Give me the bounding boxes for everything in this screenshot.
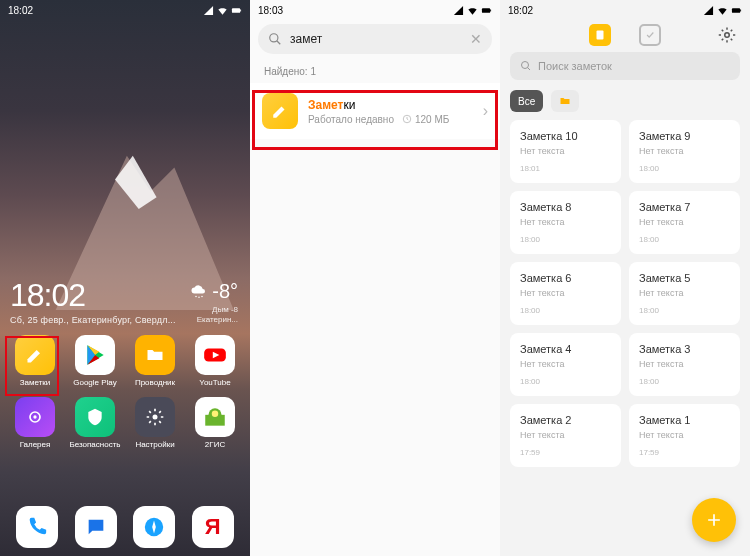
- app-play[interactable]: Google Play: [68, 335, 122, 387]
- note-preview: Нет текста: [520, 430, 611, 440]
- battery-icon: [731, 5, 742, 16]
- app-2gis[interactable]: 2ГИС: [188, 397, 242, 449]
- gear-icon: [718, 26, 736, 44]
- note-title: Заметка 1: [639, 414, 730, 426]
- clock-widget[interactable]: 18:02: [10, 277, 85, 314]
- 2gis-icon: [195, 397, 235, 437]
- search-placeholder: Поиск заметок: [538, 60, 612, 72]
- svg-point-6: [201, 295, 203, 297]
- note-title: Заметка 10: [520, 130, 611, 142]
- note-title: Заметка 5: [639, 272, 730, 284]
- signal-icon: [703, 5, 714, 16]
- wifi-icon: [467, 5, 478, 16]
- note-preview: Нет текста: [520, 217, 611, 227]
- note-preview: Нет текста: [520, 359, 611, 369]
- svg-rect-21: [482, 8, 490, 13]
- note-card[interactable]: Заметка 6Нет текста18:00: [510, 262, 621, 325]
- notes-search[interactable]: Поиск заметок: [510, 52, 740, 80]
- svg-rect-28: [597, 31, 604, 40]
- sec-icon: [75, 397, 115, 437]
- filter-all[interactable]: Все: [510, 90, 543, 112]
- weather-sub: Дым -8 Екатерин...: [197, 305, 238, 324]
- note-card[interactable]: Заметка 8Нет текста18:00: [510, 191, 621, 254]
- note-preview: Нет текста: [520, 146, 611, 156]
- app-label: YouTube: [199, 378, 230, 387]
- app-gallery[interactable]: Галерея: [8, 397, 62, 449]
- tab-notes[interactable]: [589, 24, 611, 46]
- app-yt[interactable]: YouTube: [188, 335, 242, 387]
- svg-line-24: [277, 41, 281, 45]
- note-card[interactable]: Заметка 7Нет текста18:00: [629, 191, 740, 254]
- note-time: 18:00: [520, 306, 611, 315]
- yandex-app[interactable]: Я: [192, 506, 234, 548]
- notes-app-screen: 18:02 Поиск заметок Все Заметка 10Нет те…: [500, 0, 750, 556]
- svg-point-29: [725, 33, 730, 38]
- search-bar[interactable]: ✕: [258, 24, 492, 54]
- note-time: 18:00: [520, 377, 611, 386]
- note-time: 17:59: [520, 448, 611, 457]
- note-time: 18:00: [520, 235, 611, 244]
- browser-app[interactable]: [133, 506, 175, 548]
- temperature: -8°: [212, 280, 238, 303]
- note-card[interactable]: Заметка 10Нет текста18:01: [510, 120, 621, 183]
- settings-search-screen: 18:03 ✕ Найдено: 1 Заметки Работало неда…: [250, 0, 500, 556]
- messages-app[interactable]: [75, 506, 117, 548]
- svg-rect-0: [232, 8, 240, 13]
- status-bar: 18:03: [250, 0, 500, 18]
- app-label: Google Play: [73, 378, 117, 387]
- tab-tasks[interactable]: [639, 24, 661, 46]
- gallery-icon: [15, 397, 55, 437]
- home-screen: 18:02 18:02 Сб, 25 февр., Екатеринбург, …: [0, 0, 250, 556]
- clear-icon[interactable]: ✕: [470, 31, 482, 47]
- battery-icon: [481, 5, 492, 16]
- note-time: 18:00: [639, 235, 730, 244]
- files-icon: [135, 335, 175, 375]
- note-time: 18:00: [639, 164, 730, 173]
- note-card[interactable]: Заметка 2Нет текста17:59: [510, 404, 621, 467]
- note-title: Заметка 7: [639, 201, 730, 213]
- phone-app[interactable]: [16, 506, 58, 548]
- cloud-snow-icon: [190, 283, 208, 301]
- note-time: 18:00: [639, 306, 730, 315]
- app-label: Настройки: [135, 440, 174, 449]
- search-icon: [520, 60, 532, 72]
- app-sec[interactable]: Безопасность: [68, 397, 122, 449]
- top-tabs: [500, 24, 750, 46]
- search-input[interactable]: [290, 32, 462, 46]
- note-preview: Нет текста: [520, 288, 611, 298]
- weather-widget[interactable]: -8°: [190, 280, 238, 303]
- app-files[interactable]: Проводник: [128, 335, 182, 387]
- settings-icon: [135, 397, 175, 437]
- svg-point-15: [153, 415, 158, 420]
- note-card[interactable]: Заметка 1Нет текста17:59: [629, 404, 740, 467]
- note-time: 17:59: [639, 448, 730, 457]
- note-card[interactable]: Заметка 9Нет текста18:00: [629, 120, 740, 183]
- add-note-button[interactable]: [692, 498, 736, 542]
- note-preview: Нет текста: [639, 359, 730, 369]
- note-card[interactable]: Заметка 5Нет текста18:00: [629, 262, 740, 325]
- play-icon: [75, 335, 115, 375]
- note-card[interactable]: Заметка 4Нет текста18:00: [510, 333, 621, 396]
- note-preview: Нет текста: [639, 288, 730, 298]
- svg-point-5: [198, 296, 200, 298]
- status-bar: 18:02: [0, 0, 250, 18]
- status-time: 18:02: [508, 5, 533, 16]
- chat-icon: [85, 516, 107, 538]
- date-location[interactable]: Сб, 25 февр., Екатеринбург, Свердл...: [10, 315, 176, 325]
- phone-icon: [26, 516, 48, 538]
- note-title: Заметка 8: [520, 201, 611, 213]
- settings-button[interactable]: [716, 24, 738, 46]
- filter-folder[interactable]: [551, 90, 579, 112]
- note-card[interactable]: Заметка 3Нет текста18:00: [629, 333, 740, 396]
- app-settings[interactable]: Настройки: [128, 397, 182, 449]
- note-title: Заметка 4: [520, 343, 611, 355]
- yt-icon: [195, 335, 235, 375]
- status-icons: [203, 5, 242, 16]
- app-label: Галерея: [20, 440, 51, 449]
- status-icons: [453, 5, 492, 16]
- battery-icon: [231, 5, 242, 16]
- status-icons: [703, 5, 742, 16]
- note-preview: Нет текста: [639, 146, 730, 156]
- svg-line-31: [528, 68, 531, 71]
- note-title: Заметка 9: [639, 130, 730, 142]
